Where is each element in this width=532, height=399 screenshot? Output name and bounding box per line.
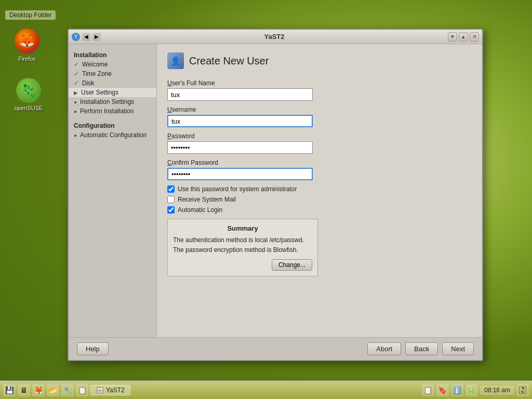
firefox-icon-img: 🦊 (15, 29, 39, 54)
username-group: Username (167, 106, 472, 127)
use-admin-password-row: Use this password for system administrat… (167, 185, 472, 193)
fullname-input[interactable] (167, 88, 313, 101)
sidebar-item-welcome[interactable]: ✓ Welcome (69, 60, 156, 69)
auto-login-row: Automatic Login (167, 206, 472, 214)
taskbar-icon-3[interactable]: 🦊 (32, 384, 45, 396)
sidebar-item-auto-config[interactable]: ● Automatic Configuration (69, 130, 156, 140)
nav-fwd-btn[interactable]: ▶ (92, 33, 101, 41)
window-content: Installation ✓ Welcome ✓ Time Zone ✓ Dis… (69, 44, 482, 337)
password-label: Password (167, 132, 472, 140)
opensuse-icon[interactable]: 🦎 openSUSE (15, 78, 43, 111)
receive-mail-row: Receive System Mail (167, 196, 472, 203)
use-admin-password-label[interactable]: Use this password for system administrat… (178, 185, 297, 193)
summary-title: Summary (173, 224, 312, 232)
password-group: Password (167, 132, 472, 154)
taskbar-icon-6[interactable]: 📋 (76, 384, 88, 396)
sidebar-usersettings-label: User Settings (81, 89, 118, 96)
minimize-btn[interactable]: ▾ (448, 32, 457, 42)
installation-section: Installation (69, 49, 156, 60)
opensuse-label: openSUSE (15, 105, 43, 111)
bullet-icon: ● (74, 109, 77, 114)
configuration-section: Configuration (69, 120, 156, 130)
page-title-row: 👤 Create New User (167, 52, 472, 69)
taskbar-tray-2[interactable]: 🔖 (436, 384, 449, 396)
receive-mail-checkbox[interactable] (167, 196, 175, 203)
sidebar-item-install-settings[interactable]: ● Installation Settings (69, 97, 156, 107)
opensuse-icon-img: 🦎 (16, 78, 41, 103)
confirm-password-group: Confirm Password (167, 159, 472, 180)
nav-back-btn[interactable]: ◀ (82, 33, 90, 41)
taskbar-app-icon: 🪟 (96, 387, 104, 394)
password-input[interactable] (167, 141, 313, 154)
change-button[interactable]: Change... (272, 259, 312, 271)
sidebar-item-user-settings[interactable]: ▶ User Settings (69, 88, 156, 97)
check-icon: ✓ (74, 61, 79, 68)
sidebar-autoconfig-label: Automatic Configuration (80, 131, 147, 139)
check-icon: ✓ (74, 70, 79, 77)
next-button[interactable]: Next (442, 342, 474, 355)
desktop: Desktop Folder 🦊 Firefox 🦎 openSUSE Y ◀ … (0, 0, 532, 399)
maximize-btn[interactable]: ▴ (459, 32, 468, 42)
confirm-password-input[interactable] (167, 168, 313, 180)
username-input[interactable] (167, 115, 313, 127)
sidebar-disk-label: Disk (82, 79, 94, 87)
taskbar-clock: 08:16 am (480, 385, 514, 395)
abort-button[interactable]: Abort (367, 342, 401, 355)
taskbar: 💾 🖥 🦊 📂 🔧 📋 🪟 YaST2 📋 🔖 ℹ️ 🔋 08:16 am 🇿 (0, 380, 532, 399)
taskbar-icon-2[interactable]: 🖥 (18, 384, 30, 396)
sidebar-timezone-label: Time Zone (82, 70, 112, 77)
taskbar-icon-5[interactable]: 🔧 (61, 384, 74, 396)
summary-box: Summary The authentication method is loc… (167, 219, 318, 276)
back-button[interactable]: Back (405, 342, 438, 355)
username-label: Username (167, 106, 472, 113)
auto-login-checkbox[interactable] (167, 206, 175, 214)
bullet-icon: ● (74, 99, 77, 105)
taskbar-right: 📋 🔖 ℹ️ 🔋 08:16 am 🇿 (422, 384, 529, 396)
summary-line1: The authentication method is local /etc/… (173, 235, 312, 245)
taskbar-yast-app[interactable]: 🪟 YaST2 (90, 385, 130, 395)
title-controls: ▾ ▴ ✕ (448, 32, 479, 42)
taskbar-app-label: YaST2 (106, 387, 125, 394)
window-icon: Y (72, 33, 80, 41)
page-title: Create New User (189, 55, 269, 67)
firefox-icon[interactable]: 🦊 Firefox (15, 29, 39, 62)
taskbar-tray-1[interactable]: 📋 (422, 384, 434, 396)
arrow-icon: ▶ (74, 90, 78, 96)
bullet-icon: ● (74, 132, 77, 138)
fullname-group: UUser's Full Nameser's Full Name (167, 79, 472, 101)
window-title: YaST2 (103, 33, 446, 41)
page-icon: 👤 (167, 52, 184, 69)
use-admin-password-checkbox[interactable] (167, 185, 175, 193)
taskbar-tray-5[interactable]: 🇿 (516, 384, 529, 396)
sidebar-welcome-label: Welcome (82, 61, 108, 68)
close-btn[interactable]: ✕ (470, 32, 479, 42)
check-icon: ✓ (74, 79, 79, 87)
sidebar-item-disk[interactable]: ✓ Disk (69, 78, 156, 88)
yast2-window: Y ◀ ▶ YaST2 ▾ ▴ ✕ Installation ✓ Welcome… (68, 29, 483, 361)
main-content: 👤 Create New User UUser's Full Nameser's… (157, 44, 482, 337)
sidebar-item-timezone[interactable]: ✓ Time Zone (69, 69, 156, 78)
receive-mail-label[interactable]: Receive System Mail (178, 196, 236, 203)
auto-login-label[interactable]: Automatic Login (178, 206, 222, 214)
sidebar-item-perform-install[interactable]: ● Perform Installation (69, 107, 156, 116)
bottom-bar: Help Abort Back Next (69, 337, 482, 360)
desktop-folder-label: Desktop Folder (5, 10, 56, 20)
fullname-label: UUser's Full Nameser's Full Name (167, 79, 472, 87)
sidebar-installsettings-label: Installation Settings (80, 98, 134, 105)
taskbar-icon-4[interactable]: 📂 (47, 384, 59, 396)
title-bar: Y ◀ ▶ YaST2 ▾ ▴ ✕ (69, 30, 482, 44)
sidebar-performinstall-label: Perform Installation (80, 108, 134, 115)
firefox-label: Firefox (18, 56, 36, 62)
sidebar: Installation ✓ Welcome ✓ Time Zone ✓ Dis… (69, 44, 157, 337)
summary-line2: The password encryption method is Blowfi… (173, 245, 312, 255)
taskbar-tray-3[interactable]: ℹ️ (451, 384, 463, 396)
help-button[interactable]: Help (77, 342, 109, 355)
taskbar-tray-4[interactable]: 🔋 (466, 384, 478, 396)
taskbar-icon-1[interactable]: 💾 (3, 384, 16, 396)
confirm-password-label: Confirm Password (167, 159, 472, 166)
